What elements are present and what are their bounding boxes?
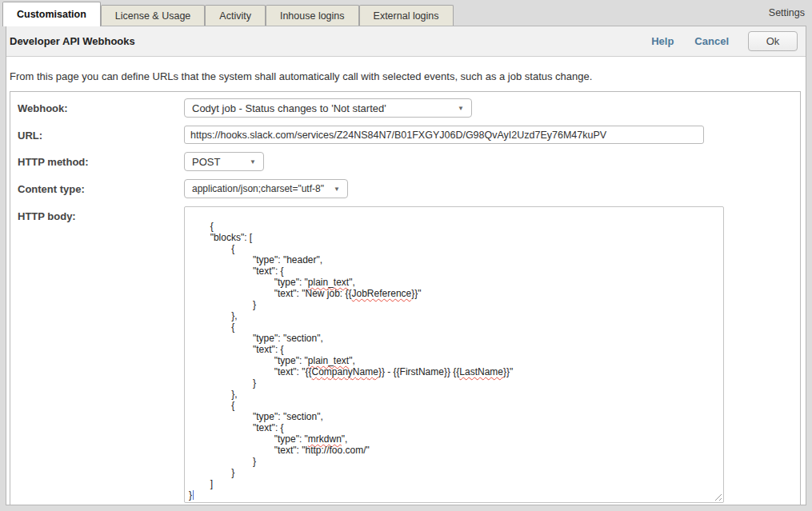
http-body-row: HTTP body: { "blocks": [ { "type": "head… [10,206,800,503]
webhook-label: Webhook: [10,98,184,114]
help-link[interactable]: Help [651,35,674,47]
tab-customisation[interactable]: Customisation [2,2,101,26]
content-type-select[interactable]: application/json;charset="utf-8" ▼ [184,179,348,198]
content-type-label: Content type: [10,179,184,195]
http-method-select[interactable]: POST ▼ [184,152,264,171]
webhook-select[interactable]: Codyt job - Status changes to 'Not start… [184,98,472,118]
panel-header: Developer API Webhooks Help Cancel Ok [6,26,806,57]
content-type-row: Content type: application/json;charset="… [10,179,800,198]
customisation-panel: Developer API Webhooks Help Cancel Ok Fr… [6,26,806,505]
http-body-editor[interactable]: { "blocks": [ { "type": "header", "text"… [184,206,724,503]
cancel-link[interactable]: Cancel [694,35,729,47]
tab-activity[interactable]: Activity [205,5,266,26]
tab-external-logins[interactable]: External logins [359,5,454,26]
ok-button[interactable]: Ok [748,31,798,51]
http-body-text: { "blocks": [ { "type": "header", "text"… [189,221,513,501]
http-method-row: HTTP method: POST ▼ [10,152,800,171]
chevron-down-icon: ▼ [250,158,256,166]
chevron-down-icon: ▼ [458,105,464,112]
content-type-select-value: application/json;charset="utf-8" [192,183,326,194]
url-input[interactable] [184,126,704,144]
webhook-select-value: Codyt job - Status changes to 'Not start… [192,102,450,114]
tab-license-usage[interactable]: License & Usage [101,5,206,26]
tab-inhouse-logins[interactable]: Inhouse logins [266,5,359,26]
resize-handle-icon[interactable] [713,492,722,501]
webhook-row: Webhook: Codyt job - Status changes to '… [10,98,800,118]
page-title: Developer API Webhooks [10,35,135,47]
http-body-label: HTTP body: [10,206,184,222]
intro-text: From this page you can define URLs that … [10,70,798,82]
webhook-form: Webhook: Codyt job - Status changes to '… [10,91,801,505]
chevron-down-icon: ▼ [334,186,340,193]
url-row: URL: [10,126,800,144]
text-caret [193,490,194,500]
url-label: URL: [10,126,184,142]
http-method-label: HTTP method: [10,152,184,168]
tab-bar: Customisation License & Usage Activity I… [0,0,812,26]
http-method-select-value: POST [192,156,242,168]
